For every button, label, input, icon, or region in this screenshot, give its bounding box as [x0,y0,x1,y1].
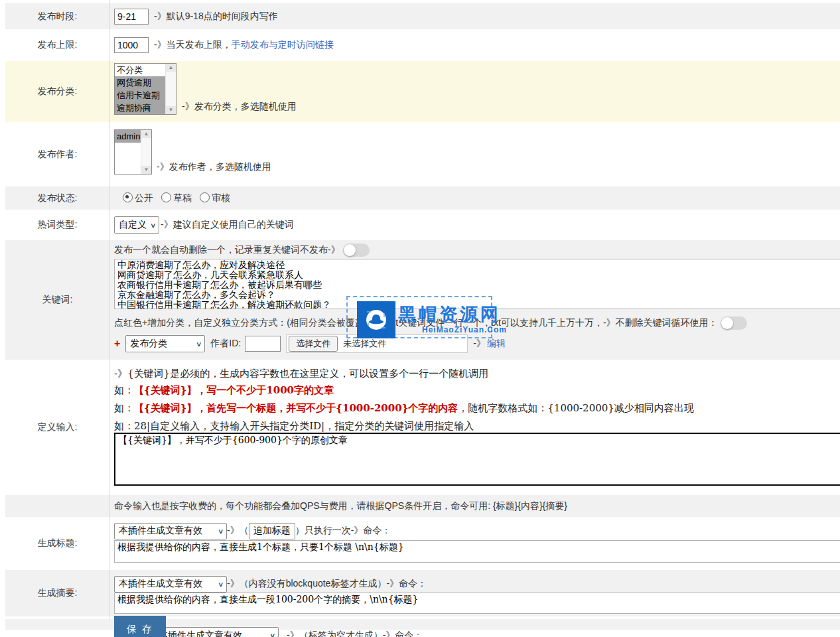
generate-title-controls: 本插件生成文章有效 ∨ -》（ 追加标题 ∨ ）只执行一次-》命令： [114,522,391,539]
loop-keywords-label: -》不删除关键词循环使用： [603,317,718,329]
listbox-scrollbar[interactable]: ▲ ▼ [141,130,151,174]
row-keywords: 关键词: 发布一个就会自动删除一个，记录重复关键词不发布-》 中原消费逾期了怎么… [5,240,840,360]
publish-limit-label: 发布上限: [5,32,109,58]
radio-draft-label: 草稿 [173,192,192,203]
hotword-type-value: 自定义 [119,219,147,231]
radio-draft[interactable]: 草稿 [161,192,192,204]
definition-input-label: 定义输入: [5,362,109,492]
publish-author-label: 发布作者: [5,125,109,184]
hotword-type-select[interactable]: 自定义 ∨ [114,216,159,234]
scroll-up-icon[interactable]: ▲ [166,64,176,72]
chevron-down-icon: ∨ [269,632,276,637]
chevron-down-icon: ∨ [150,222,157,229]
title-mid-text: -》（ [227,525,249,537]
row-publish-limit: 发布上限: -》当天发布上限， 手动发布与定时访问链接 [5,32,840,58]
title-mode-select[interactable]: 追加标题 ∨ [249,523,295,539]
category-option[interactable]: 网贷逾期 [115,76,166,89]
row-generate-summary: 生成摘要: 本插件生成文章有效 ∨ -》（内容没有blockquote标签才生成… [5,570,840,616]
scroll-down-icon[interactable]: ▼ [141,166,151,174]
row-definition-input: 定义输入: -》{关键词}是必须的，生成内容字数也在这里定义，可以设置多个一行一… [5,362,840,492]
row-publish-status: 发布状态: 公开 草稿 审核 [5,186,840,210]
row-qps-note: 命令输入也是按字收费的，每个功能都会叠加QPS与费用，请根据QPS条件开启，命令… [5,495,840,517]
example-2-suffix: ，随机字数格式如：{1000-2000}减少相同内容出现 [458,402,694,414]
example-2-red: 【{关键词}】，首先写一个标题，并写不少于{1000-2000}个字的内容 [134,402,458,414]
qps-note: 命令输入也是按字收费的，每个功能都会叠加QPS与费用，请根据QPS条件开启，命令… [114,500,567,512]
definition-textarea[interactable]: 【{关键词}】，并写不少于{600-900}个字的原创文章 [114,433,840,486]
keywords-note-line: 点红色+增加分类，自定义独立分类方式：(相同分类会被覆盖) 支持txt关键词文件… [114,316,747,330]
category-option[interactable]: 不分类 [115,64,166,76]
auto-delete-toggle[interactable] [343,244,370,257]
edit-link[interactable]: 编辑 [487,338,506,350]
category-option[interactable]: 信用卡逾期 [115,89,166,102]
author-option[interactable]: admin [115,130,141,143]
generate-summary-controls: 本插件生成文章有效 ∨ -》（内容没有blockquote标签才生成）-》命令： [114,575,427,593]
row-generate-title: 生成标题: 本插件生成文章有效 ∨ -》（ 追加标题 ∨ ）只执行一次-》命令：… [5,520,840,567]
summary-suffix-text: -》（内容没有blockquote标签才生成）-》命令： [227,578,427,590]
definition-intro: -》{关键词}是必须的，生成内容字数也在这里定义，可以设置多个一行一个随机调用 [114,368,488,380]
add-category-button[interactable]: + [114,338,120,350]
author-id-input[interactable] [245,336,281,352]
generate-summary-label: 生成摘要: [5,570,109,616]
hotword-type-label: 热词类型: [5,212,109,238]
next-scope-select[interactable]: 本插件生成文章有效 ∨ [154,627,279,637]
title-suffix-text: ）只执行一次-》命令： [295,525,391,537]
row-publish-time: 发布时段: -》默认9-18点的时间段内写作 [5,3,840,29]
choose-file-button[interactable]: 选择文件 [289,336,338,352]
save-button[interactable]: 保 存 [114,616,166,637]
category-option[interactable]: 逾期协商 [115,102,166,114]
listbox-scrollbar[interactable]: ▲ ▼ [165,64,176,114]
title-scope-select[interactable]: 本插件生成文章有效 ∨ [114,523,227,539]
row-publish-category: 发布分类: 不分类 网贷逾期 信用卡逾期 逾期协商 ▲ ▼ -》发布分类，多选随… [5,61,840,122]
publish-time-label: 发布时段: [5,3,109,29]
publish-author-listbox[interactable]: admin ▲ ▼ [114,129,152,175]
radio-icon[interactable] [200,192,210,202]
summary-scope-select[interactable]: 本插件生成文章有效 ∨ [114,576,227,593]
publish-category-hint: -》发布分类，多选随机使用 [182,101,297,113]
chevron-down-icon: ∨ [218,528,224,535]
radio-icon[interactable] [123,192,133,202]
author-id-label: 作者ID: [210,338,241,350]
publish-limit-hint: -》当天发布上限， [154,39,232,51]
hotword-type-hint: -》建议自定义使用自己的关键词 [161,219,294,231]
file-input: 选择文件 未选择文件 [286,334,468,353]
category-dropdown[interactable]: 发布分类 ∨ [125,335,205,352]
chevron-down-icon: ∨ [218,581,224,588]
radio-icon[interactable] [161,192,171,202]
keywords-textarea[interactable]: 中原消费逾期了怎么办，应对及解决途径 网商贷逾期了怎么办，几天会联系紧急联系人 … [114,259,840,309]
auto-delete-label: 发布一个就会自动删除一个，记录重复关键词不发布-》 [114,244,340,256]
generate-title-command[interactable]: 根据我提供给你的内容，直接生成1个标题，只要1个标题 \n\n{标题} [114,540,840,563]
publish-author-hint: -》发布作者，多选随机使用 [157,161,271,173]
publish-limit-input[interactable] [114,37,149,53]
radio-public[interactable]: 公开 [123,192,153,204]
manual-publish-link[interactable]: 手动发布与定时访问链接 [232,39,334,51]
definition-example-2: 如：【{关键词}】，首先写一个标题，并写不少于{1000-2000}个字的内容，… [114,402,694,415]
example-prefix: 如： [114,402,134,414]
summary-scope-value: 本插件生成文章有效 [119,578,202,590]
column-divider [109,0,110,619]
generate-title-label: 生成标题: [5,520,109,567]
row-publish-author: 发布作者: admin ▲ ▼ -》发布作者，多选随机使用 [5,125,840,184]
settings-page: 发布时段: -》默认9-18点的时间段内写作 发布上限: -》当天发布上限， 手… [0,0,840,637]
publish-time-input[interactable] [114,9,149,25]
loop-keywords-toggle[interactable] [721,317,747,330]
generate-summary-command[interactable]: 根据我提供给你的内容，直接生成一段100-200个字的摘要，\n\n{标题} [114,593,840,614]
publish-status-label: 发布状态: [5,186,109,210]
next-suffix-text: -》（标签为空才生成）-》命令： [287,630,423,637]
edit-arrow: -》 [473,338,486,350]
radio-public-label: 公开 [135,192,153,203]
publish-time-hint: -》默认9-18点的时间段内写作 [154,11,278,23]
next-scope-value: 本插件生成文章有效 [159,630,242,637]
category-dropdown-value: 发布分类 [130,338,167,350]
example-prefix: 如： [114,384,134,396]
scroll-up-icon[interactable]: ▲ [141,130,151,138]
keywords-label: 关键词: [5,240,109,360]
title-scope-value: 本插件生成文章有效 [119,525,202,537]
scroll-down-icon[interactable]: ▼ [166,106,176,114]
publish-category-listbox[interactable]: 不分类 网贷逾期 信用卡逾期 逾期协商 ▲ ▼ [114,63,176,115]
radio-review-label: 审核 [212,192,230,203]
keywords-controls-line: + 发布分类 ∨ 作者ID: 选择文件 未选择文件 -》 编辑 [114,334,506,354]
radio-review[interactable]: 审核 [200,192,230,204]
chevron-down-icon: ∨ [196,340,202,348]
title-mode-value: 追加标题 [253,525,291,537]
file-status: 未选择文件 [343,338,386,350]
